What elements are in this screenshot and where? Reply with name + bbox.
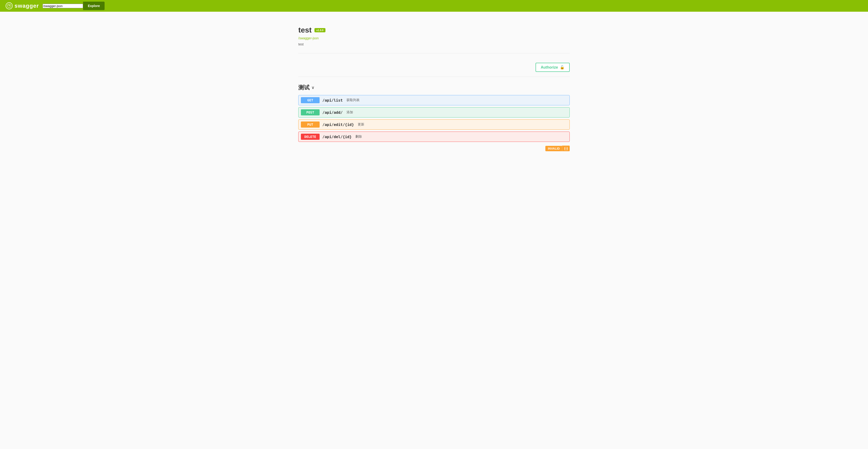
method-badge-get: GET bbox=[301, 97, 319, 103]
method-badge-post: POST bbox=[301, 109, 319, 115]
endpoint-desc-3: 删除 bbox=[355, 134, 362, 139]
navbar: swagger Explore bbox=[0, 0, 868, 12]
invalid-icon: {-} bbox=[562, 146, 570, 151]
explore-button[interactable]: Explore bbox=[83, 2, 104, 10]
endpoint-path-0: /api/list bbox=[322, 98, 343, 102]
endpoint-path-2: /api/edit/{id} bbox=[322, 122, 354, 127]
api-section: 测试 ∨ GET /api/list 获取列表 POST /api/add/ 添… bbox=[298, 84, 570, 151]
main-content: test v1.0.0 /swagger-json test Authorize… bbox=[293, 12, 575, 160]
invalid-section: INVALID {-} bbox=[298, 146, 570, 151]
authorize-label: Authorize bbox=[541, 65, 558, 69]
app-title: test bbox=[298, 26, 312, 34]
app-description: test bbox=[298, 42, 570, 46]
swagger-logo bbox=[6, 2, 12, 9]
brand: swagger bbox=[6, 2, 39, 9]
endpoint-path-3: /api/del/{id} bbox=[322, 134, 352, 139]
endpoint-path-1: /api/add/ bbox=[322, 110, 343, 115]
method-badge-delete: DELETE bbox=[301, 134, 319, 140]
lock-icon: 🔓 bbox=[560, 65, 564, 69]
section-title: 测试 bbox=[298, 84, 310, 91]
endpoint-desc-2: 更新 bbox=[358, 122, 364, 127]
app-link[interactable]: /swagger-json bbox=[298, 36, 570, 40]
endpoint-row-get[interactable]: GET /api/list 获取列表 bbox=[298, 95, 570, 106]
authorize-section: Authorize 🔓 bbox=[298, 58, 570, 77]
endpoint-row-put[interactable]: PUT /api/edit/{id} 更新 bbox=[298, 119, 570, 130]
search-input[interactable] bbox=[42, 4, 83, 8]
brand-name: swagger bbox=[14, 3, 39, 9]
invalid-badge[interactable]: INVALID {-} bbox=[546, 146, 570, 151]
svg-point-1 bbox=[9, 6, 9, 7]
section-header[interactable]: 测试 ∨ bbox=[298, 84, 570, 91]
app-title-row: test v1.0.0 bbox=[298, 26, 570, 34]
version-badge: v1.0.0 bbox=[314, 28, 326, 32]
endpoint-row-delete[interactable]: DELETE /api/del/{id} 删除 bbox=[298, 131, 570, 142]
app-info: test v1.0.0 /swagger-json test bbox=[298, 21, 570, 53]
chevron-down-icon: ∨ bbox=[311, 85, 314, 90]
invalid-text: INVALID bbox=[546, 146, 562, 151]
authorize-button[interactable]: Authorize 🔓 bbox=[535, 63, 570, 72]
method-badge-put: PUT bbox=[301, 121, 319, 127]
endpoint-row-post[interactable]: POST /api/add/ 添加 bbox=[298, 107, 570, 118]
endpoint-desc-0: 获取列表 bbox=[346, 98, 360, 102]
search-container: Explore bbox=[42, 2, 104, 10]
endpoint-desc-1: 添加 bbox=[346, 110, 353, 115]
